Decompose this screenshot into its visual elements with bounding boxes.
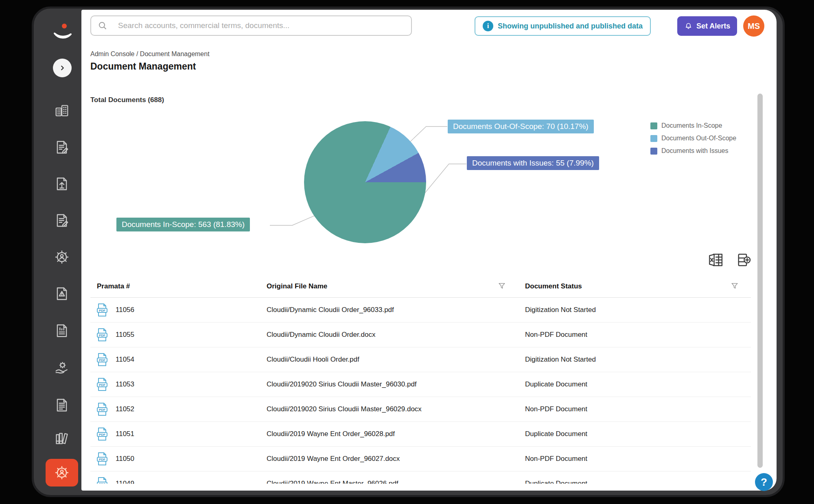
column-settings-button[interactable] [735, 251, 752, 268]
col-header-filename[interactable]: Original File Name [267, 282, 327, 290]
cell-pramata-number: 11055 [116, 331, 134, 339]
svg-text:PDF: PDF [99, 408, 105, 412]
callout-out-of-scope: Documents Out-Of-Scope: 70 (10.17%) [448, 120, 594, 133]
col-header-pramata[interactable]: Pramata # [97, 282, 130, 290]
table-header: Pramata # Original File Name Document St… [90, 277, 751, 298]
pramata-logo[interactable] [48, 21, 76, 44]
filter-status-icon[interactable] [730, 281, 739, 290]
breadcrumb[interactable]: Admin Console / Document Management [90, 50, 210, 58]
table-row[interactable]: PDF 11054 Cloudii/Cloudii Hooli Order.pd… [90, 347, 751, 372]
table-row[interactable]: PDF 11049 Cloudii/2019 Wayne Ent Master_… [90, 471, 751, 484]
table-row[interactable]: PDF 11053 Cloudii/2019020 Sirius Cloudii… [90, 372, 751, 397]
library-books-icon [54, 431, 70, 446]
legend-label: Documents with Issues [661, 147, 729, 155]
col-header-status[interactable]: Document Status [525, 282, 582, 290]
cell-file-name: Cloudii/Dynamic Cloudii Order_96033.pdf [267, 306, 394, 314]
total-documents-label: Total Documents (688) [90, 96, 164, 104]
page-title: Document Management [90, 61, 196, 72]
sidebar-item-document-upload[interactable] [46, 172, 78, 195]
document-edit-icon [54, 140, 70, 155]
legend-swatch [650, 148, 657, 155]
pie-chart[interactable] [304, 121, 426, 243]
svg-text:PDF: PDF [99, 309, 105, 312]
legend-swatch [650, 122, 657, 129]
cell-file-name: Cloudii/Cloudii Hooli Order.pdf [267, 356, 359, 364]
svg-text:PDF: PDF [99, 358, 105, 362]
callout-with-issues: Documents with Issues: 55 (7.99%) [467, 156, 599, 170]
cell-document-status: Non-PDF Document [525, 455, 587, 463]
cell-pramata-number: 11054 [116, 356, 134, 364]
logo-swoosh-icon [48, 21, 76, 44]
sidebar-item-reports[interactable] [46, 319, 78, 342]
sidebar-item-document-issues[interactable] [46, 282, 78, 305]
table-row[interactable]: PDF 11052 Cloudii/2019020 Sirius Cloudii… [90, 397, 751, 422]
export-excel-button[interactable] [707, 251, 724, 268]
legend-item[interactable]: Documents Out-Of-Scope [650, 135, 736, 142]
table-row[interactable]: PDF 11055 Cloudii/Dynamic Cloudii Order.… [90, 323, 751, 347]
bell-icon [684, 22, 693, 31]
cell-file-name: Cloudii/Dynamic Cloudii Order.docx [267, 331, 375, 339]
data-visibility-banner: i Showing unpublished and published data [475, 16, 651, 36]
cell-pramata-number: 11049 [116, 480, 134, 484]
cell-file-name: Cloudii/2019 Wayne Ent Master_96026.pdf [267, 480, 398, 484]
legend-label: Documents Out-Of-Scope [661, 135, 736, 142]
sidebar-item-services[interactable] [46, 356, 78, 379]
help-button[interactable]: ? [755, 473, 773, 491]
info-icon: i [483, 21, 493, 31]
pdf-file-icon: PDF [96, 303, 108, 317]
sidebar-collapse-button[interactable] [53, 59, 72, 77]
cell-file-name: Cloudii/2019020 Sirius Cloudii Master_96… [267, 380, 417, 388]
table-body: PDF 11056 Cloudii/Dynamic Cloudii Order_… [90, 298, 751, 484]
svg-text:PDF: PDF [99, 334, 105, 337]
cell-document-status: Digitization Not Started [525, 306, 596, 314]
pdf-file-icon: PDF [96, 377, 108, 391]
sidebar-item-admin-console[interactable] [46, 459, 78, 487]
table-toolbar [707, 251, 752, 268]
sidebar-item-drafting[interactable] [46, 209, 78, 232]
legend-label: Documents In-Scope [661, 122, 722, 129]
cell-file-name: Cloudii/2019020 Sirius Cloudii Master_96… [267, 405, 422, 413]
gear-user-icon [54, 249, 70, 265]
svg-text:PDF: PDF [99, 482, 105, 484]
search-input[interactable] [118, 21, 405, 30]
search-icon [98, 21, 107, 31]
table-row[interactable]: PDF 11056 Cloudii/Dynamic Cloudii Order_… [90, 298, 751, 323]
cell-document-status: Non-PDF Document [525, 405, 587, 413]
vertical-scrollbar[interactable] [757, 94, 763, 468]
chevron-right-icon [58, 63, 67, 72]
sidebar-item-documents[interactable] [46, 394, 78, 417]
table-row[interactable]: PDF 11051 Cloudii/2019 Wayne Ent Order_9… [90, 422, 751, 447]
pdf-file-icon: PDF [96, 353, 108, 367]
cell-file-name: Cloudii/2019 Wayne Ent Order_96027.docx [267, 455, 400, 463]
set-alerts-label: Set Alerts [696, 22, 730, 31]
hand-gear-icon [54, 360, 70, 375]
table-row[interactable]: PDF 11050 Cloudii/2019 Wayne Ent Order_9… [90, 447, 751, 471]
sidebar-item-user-settings[interactable] [46, 246, 78, 268]
legend-swatch [650, 135, 657, 142]
document-lines-icon [54, 397, 70, 413]
set-alerts-button[interactable]: Set Alerts [677, 16, 737, 36]
documents-table: Pramata # Original File Name Document St… [90, 277, 751, 484]
user-avatar[interactable]: MS [743, 15, 764, 37]
chart-legend: Documents In-Scope Documents Out-Of-Scop… [650, 122, 736, 160]
filter-filename-icon[interactable] [497, 281, 506, 290]
sidebar-item-contracts[interactable] [46, 136, 78, 159]
cell-document-status: Digitization Not Started [525, 356, 596, 364]
cell-pramata-number: 11051 [116, 430, 134, 438]
document-alert-icon [54, 286, 70, 301]
sidebar-item-library[interactable] [46, 427, 78, 450]
global-search [90, 15, 412, 36]
cell-pramata-number: 11052 [116, 405, 134, 413]
cell-pramata-number: 11053 [116, 380, 134, 388]
sidebar-item-accounts[interactable] [46, 99, 78, 122]
excel-export-icon [707, 251, 724, 268]
cell-pramata-number: 11056 [116, 306, 134, 314]
svg-text:PDF: PDF [99, 383, 105, 387]
legend-item[interactable]: Documents In-Scope [650, 122, 736, 129]
cell-document-status: Duplicate Document [525, 430, 587, 438]
callout-in-scope: Documents In-Scope: 563 (81.83%) [116, 218, 250, 231]
pdf-file-icon: PDF [96, 477, 108, 484]
document-chart-icon [54, 323, 70, 338]
pdf-file-icon: PDF [96, 328, 108, 342]
legend-item[interactable]: Documents with Issues [650, 147, 736, 155]
